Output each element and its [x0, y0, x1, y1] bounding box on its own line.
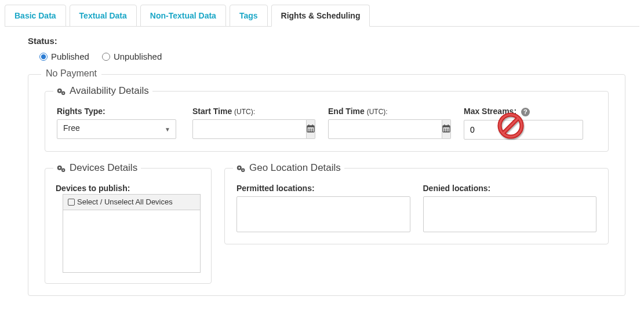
- end-time-label: End Time (UTC):: [328, 107, 447, 116]
- tab-textual-data[interactable]: Textual Data: [70, 5, 137, 27]
- radio-unpublished[interactable]: Unpublished: [102, 52, 162, 61]
- start-time-input[interactable]: [192, 119, 307, 139]
- svg-point-33: [238, 167, 240, 169]
- radio-unpublished-label: Unpublished: [114, 52, 162, 61]
- svg-rect-22: [446, 130, 447, 131]
- devices-publish-label: Devices to publish:: [56, 184, 201, 193]
- no-payment-fieldset: No Payment Availability Details Rights T…: [28, 74, 625, 296]
- svg-point-1: [59, 90, 60, 92]
- max-streams-label: Max Streams: ?: [464, 107, 583, 116]
- tab-non-textual-data[interactable]: Non-Textual Data: [140, 5, 226, 27]
- denied-locations-label: Denied locations:: [423, 184, 597, 193]
- denied-locations-input[interactable]: [423, 196, 597, 232]
- end-time-field: End Time (UTC):: [328, 107, 447, 140]
- status-label: Status:: [28, 36, 625, 46]
- radio-published[interactable]: Published: [39, 52, 89, 61]
- checkbox-icon: [68, 199, 75, 206]
- svg-rect-10: [312, 129, 313, 130]
- no-payment-legend: No Payment: [41, 68, 101, 79]
- tab-basic-data[interactable]: Basic Data: [5, 5, 66, 27]
- svg-rect-5: [307, 126, 314, 127]
- svg-rect-21: [444, 130, 445, 131]
- svg-point-29: [59, 167, 60, 169]
- permitted-locations-field: Permitted locations:: [237, 184, 410, 232]
- svg-rect-13: [312, 130, 313, 131]
- end-time-calendar-button[interactable]: [442, 119, 451, 139]
- devices-fieldset: Devices Details Devices to publish: Sele…: [45, 168, 212, 284]
- tabs-bar: Basic Data Textual Data Non-Textual Data…: [5, 5, 639, 27]
- svg-rect-12: [310, 130, 311, 131]
- svg-rect-7: [312, 125, 314, 126]
- rights-type-field: Rights Type: Free ▼: [57, 107, 176, 140]
- svg-rect-6: [308, 125, 310, 126]
- svg-rect-17: [448, 125, 449, 126]
- tab-tags[interactable]: Tags: [230, 5, 268, 27]
- svg-point-31: [63, 170, 64, 171]
- svg-rect-9: [310, 129, 311, 130]
- gears-icon: [57, 87, 66, 95]
- gears-icon: [57, 164, 66, 172]
- svg-rect-15: [443, 126, 450, 127]
- radio-unpublished-input[interactable]: [102, 53, 110, 61]
- svg-rect-16: [444, 125, 445, 126]
- svg-rect-8: [308, 129, 310, 130]
- svg-point-3: [63, 93, 64, 94]
- svg-rect-20: [447, 129, 449, 130]
- max-streams-input[interactable]: [464, 120, 583, 140]
- start-time-calendar-button[interactable]: [307, 119, 315, 139]
- end-time-input[interactable]: [328, 119, 442, 139]
- svg-rect-11: [308, 130, 310, 131]
- start-time-label: Start Time (UTC):: [192, 107, 312, 116]
- availability-fieldset: Availability Details Rights Type: Free ▼…: [45, 91, 609, 152]
- availability-title: Availability Details: [53, 85, 152, 97]
- select-all-devices-button[interactable]: Select / Unselect All Devices: [63, 194, 201, 210]
- permitted-locations-label: Permitted locations:: [237, 184, 410, 193]
- svg-point-35: [242, 170, 243, 171]
- svg-rect-23: [447, 130, 449, 131]
- gears-icon: [237, 164, 246, 172]
- calendar-icon: [307, 125, 315, 134]
- status-section: Status: Published Unpublished: [28, 36, 625, 61]
- geo-title: Geo Location Details: [233, 162, 344, 174]
- radio-published-input[interactable]: [39, 53, 48, 61]
- rights-type-select[interactable]: Free: [57, 119, 176, 139]
- rights-type-label: Rights Type:: [57, 107, 176, 116]
- geo-fieldset: Geo Location Details Permitted locations…: [224, 168, 609, 244]
- help-icon[interactable]: ?: [521, 108, 530, 116]
- devices-title: Devices Details: [53, 162, 141, 174]
- svg-rect-19: [446, 129, 447, 130]
- start-time-field: Start Time (UTC):: [192, 107, 312, 140]
- max-streams-field: Max Streams: ?: [464, 107, 583, 140]
- svg-rect-18: [444, 129, 445, 130]
- devices-list[interactable]: [63, 210, 201, 273]
- denied-locations-field: Denied locations:: [423, 184, 597, 232]
- tab-rights-scheduling[interactable]: Rights & Scheduling: [271, 5, 370, 27]
- permitted-locations-input[interactable]: [237, 196, 410, 232]
- radio-published-label: Published: [51, 52, 89, 61]
- calendar-icon: [442, 125, 450, 134]
